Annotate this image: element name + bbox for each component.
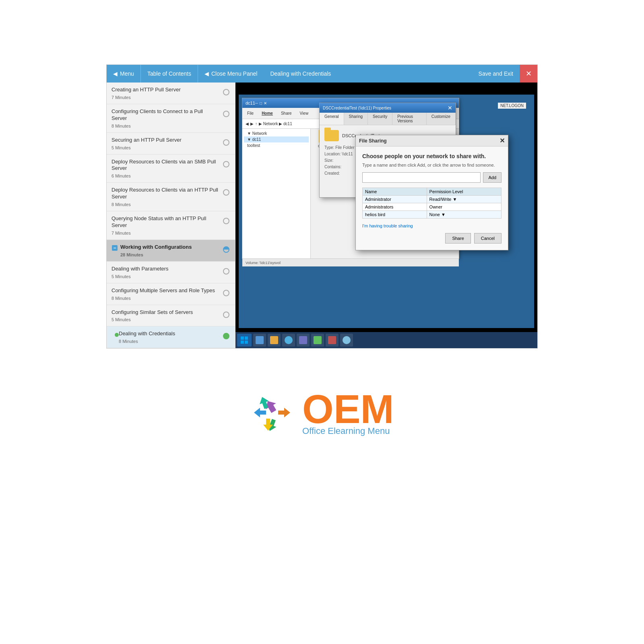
sidebar-item-configuring-similar[interactable]: Configuring Similar Sets of Servers 5 Mi…: [107, 305, 235, 327]
sidebar-item-content: Configuring Multiple Servers and Role Ty…: [111, 287, 219, 301]
sidebar-item-icon: [222, 160, 230, 168]
sidebar-item-icon: [222, 311, 230, 319]
fe-file-tab[interactable]: File: [244, 110, 257, 116]
status-progress-icon: [223, 246, 229, 253]
lesson-title: Dealing with Credentials: [264, 70, 472, 77]
sidebar-item-deploy-smb[interactable]: Deploy Resources to Clients via an SMB P…: [107, 155, 235, 183]
taskbar-icon-4: [299, 336, 307, 344]
close-panel-label: Close Menu Panel: [211, 70, 257, 77]
fe-forward-icon: ▶: [250, 122, 254, 126]
svg-rect-3: [245, 341, 248, 344]
taskbar-btn-6[interactable]: [326, 334, 339, 347]
sidebar-item-querying-node[interactable]: Querying Node Status with an HTTP Pull S…: [107, 211, 235, 240]
header-bar: ◀ Menu Table of Contents ◀ Close Menu Pa…: [107, 65, 537, 83]
fe-maximize-icon[interactable]: □: [260, 101, 262, 105]
sidebar-item-title: Dealing with Credentials: [119, 330, 219, 337]
sidebar-item-dealing-credentials[interactable]: Dealing with Credentials 8 Minutes: [107, 326, 235, 348]
sidebar-item-configuring-clients[interactable]: Configuring Clients to Connect to a Pull…: [107, 104, 235, 133]
fsd-table-row[interactable]: Administrator Read/Write ▼: [363, 196, 502, 203]
close-button[interactable]: ✕: [520, 65, 537, 83]
section-expand-icon: −: [111, 245, 118, 251]
save-exit-button[interactable]: Save and Exit: [472, 65, 520, 83]
pd-tab-security[interactable]: Security: [368, 113, 392, 125]
sidebar-section-working-configurations[interactable]: − Working with Configurations 28 Minutes: [107, 240, 235, 262]
pd-titlebar: DSCCredentialTest (\\dc11) Properties ✕: [320, 103, 456, 113]
fsd-trouble-link[interactable]: I'm having trouble sharing: [362, 223, 502, 228]
sidebar-item-content: Deploy Resources to Clients via an SMB P…: [111, 159, 219, 179]
sidebar-item-content: Deploy Resources to Clients via an HTTP …: [111, 187, 219, 207]
fe-minimize-icon[interactable]: ─: [255, 101, 258, 105]
fsd-name-input[interactable]: [362, 172, 481, 183]
svg-rect-1: [245, 336, 248, 340]
active-dot-icon: [115, 333, 119, 337]
fsd-cell-name: Administrators: [363, 203, 427, 211]
fe-tree-dc11[interactable]: ▼ dc11: [244, 136, 309, 142]
sidebar-item-securing-http[interactable]: Securing an HTTP Pull Server 5 Minutes: [107, 133, 235, 155]
fe-home-tab[interactable]: Home: [258, 110, 276, 116]
main-content: dc11 ─ □ ✕ File Home Share View: [235, 83, 537, 348]
fsd-add-button[interactable]: Add: [483, 172, 502, 183]
fe-share-tab[interactable]: Share: [278, 110, 295, 116]
close-panel-button[interactable]: ◀ Close Menu Panel: [198, 65, 264, 83]
sidebar-item-meta: 5 Minutes: [111, 145, 219, 150]
sidebar-item-content: Configuring Similar Sets of Servers 5 Mi…: [111, 309, 219, 322]
sidebar-item-title: Configuring Clients to Connect to a Pull…: [111, 108, 219, 122]
oem-logo-icon: [250, 390, 294, 435]
taskbar-icon-3: [285, 336, 293, 344]
fe-tree-network[interactable]: ▼ Network: [244, 130, 309, 136]
taskbar-btn-3[interactable]: [282, 334, 295, 347]
taskbar-btn-5[interactable]: [311, 334, 324, 347]
sidebar-item-content: Configuring Clients to Connect to a Pull…: [111, 108, 219, 128]
fsd-share-button[interactable]: Share: [445, 233, 471, 244]
sidebar-item-minutes: 28 Minutes: [120, 252, 143, 257]
fsd-cell-name: helios bird: [363, 211, 427, 219]
taskbar-btn-1[interactable]: [253, 334, 266, 347]
taskbar-start-button[interactable]: [237, 334, 252, 347]
sidebar-item-title: Configuring Similar Sets of Servers: [111, 309, 219, 316]
fsd-subtitle: Type a name and then click Add, or click…: [362, 163, 502, 167]
pd-tab-customize[interactable]: Customize: [427, 113, 456, 125]
fsd-main-title: Choose people on your network to share w…: [362, 153, 502, 159]
pd-tab-sharing[interactable]: Sharing: [344, 113, 368, 125]
fsd-cancel-button[interactable]: Cancel: [474, 233, 502, 244]
sidebar-item-dealing-parameters[interactable]: Dealing with Parameters 5 Minutes: [107, 262, 235, 283]
taskbar-btn-7[interactable]: [340, 334, 353, 347]
sidebar-item-title: Deploy Resources to Clients via an SMB P…: [111, 159, 219, 172]
close-panel-icon: ◀: [204, 70, 209, 77]
sidebar-item-content: Creating an HTTP Pull Server 7 Minutes: [111, 87, 219, 100]
sidebar-item-icon: [222, 88, 230, 96]
fe-address-text: ▶ Network ▶ dc11: [259, 122, 292, 126]
fe-tree-tooltest[interactable]: tooltest: [244, 142, 309, 149]
fe-close-icon[interactable]: ✕: [264, 101, 267, 105]
fsd-close-icon[interactable]: ✕: [500, 137, 505, 144]
pd-tab-previous-versions[interactable]: Previous Versions: [392, 113, 427, 125]
sidebar-item-icon: [222, 332, 230, 340]
pd-close-icon[interactable]: ✕: [448, 105, 452, 111]
toc-label: Table of Contents: [141, 65, 198, 83]
fsd-col-permission: Permission Level: [427, 188, 501, 196]
sidebar-item-content: Dealing with Credentials 8 Minutes: [119, 330, 219, 344]
sidebar-item-minutes: 6 Minutes: [111, 173, 131, 178]
taskbar-btn-2[interactable]: [268, 334, 281, 347]
fsd-table-row[interactable]: Administrators Owner: [363, 203, 502, 211]
sidebar-item-creating-http-pull[interactable]: Creating an HTTP Pull Server 7 Minutes: [107, 83, 235, 104]
sidebar-item-minutes: 8 Minutes: [119, 339, 138, 344]
menu-button[interactable]: ◀ Menu: [107, 65, 141, 83]
status-empty-icon: [223, 290, 229, 296]
minus-icon: −: [112, 245, 118, 251]
status-empty-icon: [223, 312, 229, 318]
sidebar: Creating an HTTP Pull Server 7 Minutes C…: [107, 83, 235, 348]
logo-container: OEM Office Elearning Menu: [250, 389, 394, 436]
fe-view-tab[interactable]: View: [297, 110, 312, 116]
fsd-cell-permission: Read/Write ▼: [427, 196, 501, 203]
top-spacer: [0, 0, 644, 64]
file-sharing-dialog[interactable]: File Sharing ✕ Choose people on your net…: [355, 135, 508, 250]
fsd-titlebar: File Sharing ✕: [356, 135, 508, 147]
sidebar-item-minutes: 8 Minutes: [111, 296, 131, 301]
fsd-table-row[interactable]: helios bird None ▼: [363, 211, 502, 219]
pd-tab-general[interactable]: General: [320, 113, 344, 125]
sidebar-item-deploy-http[interactable]: Deploy Resources to Clients via an HTTP …: [107, 183, 235, 211]
taskbar-btn-4[interactable]: [297, 334, 310, 347]
fsd-cell-name: Administrator: [363, 196, 427, 203]
sidebar-item-configuring-multiple[interactable]: Configuring Multiple Servers and Role Ty…: [107, 283, 235, 305]
